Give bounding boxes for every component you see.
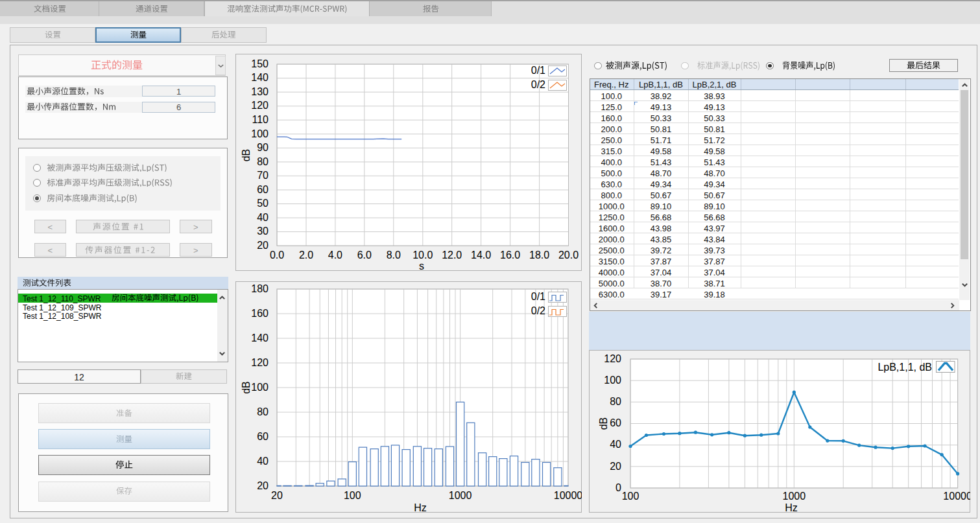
svg-text:80: 80 xyxy=(257,406,269,417)
svg-text:Hz: Hz xyxy=(785,502,798,513)
svg-text:70: 70 xyxy=(257,170,269,181)
svg-text:0.0: 0.0 xyxy=(270,250,284,261)
svg-text:4.0: 4.0 xyxy=(328,250,342,261)
svg-text:1000: 1000 xyxy=(449,490,472,501)
svg-text:10000: 10000 xyxy=(943,491,970,502)
svg-text:dB: dB xyxy=(241,381,252,394)
svg-text:20: 20 xyxy=(257,480,269,491)
svg-text:0/2: 0/2 xyxy=(531,305,545,316)
svg-text:40: 40 xyxy=(610,439,621,450)
svg-text:130: 130 xyxy=(251,86,269,97)
svg-text:10.0: 10.0 xyxy=(412,250,433,261)
svg-text:30: 30 xyxy=(257,226,269,237)
svg-text:10000: 10000 xyxy=(554,490,582,501)
svg-text:0/1: 0/1 xyxy=(531,291,545,302)
svg-text:150: 150 xyxy=(251,58,269,69)
svg-text:dB: dB xyxy=(241,149,252,162)
svg-text:100: 100 xyxy=(251,382,269,393)
svg-text:40: 40 xyxy=(257,456,269,467)
svg-text:LpB,1,1, dB: LpB,1,1, dB xyxy=(878,362,932,373)
svg-text:20: 20 xyxy=(257,240,269,251)
svg-text:100: 100 xyxy=(604,375,621,386)
svg-text:160: 160 xyxy=(251,308,269,319)
svg-text:s: s xyxy=(419,261,424,272)
svg-text:2.0: 2.0 xyxy=(299,250,313,261)
svg-text:0/1: 0/1 xyxy=(531,65,545,76)
svg-text:dB: dB xyxy=(598,417,609,430)
svg-text:80: 80 xyxy=(610,396,621,407)
svg-text:120: 120 xyxy=(251,100,269,111)
svg-text:20: 20 xyxy=(610,461,621,472)
svg-text:0/2: 0/2 xyxy=(531,79,545,90)
svg-text:60: 60 xyxy=(257,184,269,195)
svg-text:110: 110 xyxy=(252,114,269,125)
svg-text:100: 100 xyxy=(251,128,269,139)
svg-text:Hz: Hz xyxy=(414,502,427,513)
svg-text:20: 20 xyxy=(271,490,283,501)
svg-text:90: 90 xyxy=(257,142,269,153)
svg-text:80: 80 xyxy=(257,156,269,167)
svg-text:100: 100 xyxy=(622,491,639,502)
svg-text:8.0: 8.0 xyxy=(387,250,401,261)
svg-text:0: 0 xyxy=(615,482,621,493)
svg-text:60: 60 xyxy=(257,431,269,442)
svg-text:6.0: 6.0 xyxy=(357,250,372,261)
svg-text:50: 50 xyxy=(257,198,269,209)
svg-text:120: 120 xyxy=(604,353,621,364)
svg-text:20.0: 20.0 xyxy=(558,250,579,261)
svg-text:12.0: 12.0 xyxy=(442,250,462,261)
svg-text:16.0: 16.0 xyxy=(500,250,520,261)
svg-text:140: 140 xyxy=(251,332,269,343)
svg-text:100: 100 xyxy=(344,490,361,501)
svg-text:14.0: 14.0 xyxy=(471,250,491,261)
svg-text:18.0: 18.0 xyxy=(529,250,549,261)
svg-text:120: 120 xyxy=(251,357,269,368)
svg-text:180: 180 xyxy=(251,283,269,294)
svg-text:140: 140 xyxy=(251,72,269,83)
svg-text:40: 40 xyxy=(257,212,269,223)
svg-text:1000: 1000 xyxy=(783,491,806,502)
svg-text:60: 60 xyxy=(610,417,621,428)
